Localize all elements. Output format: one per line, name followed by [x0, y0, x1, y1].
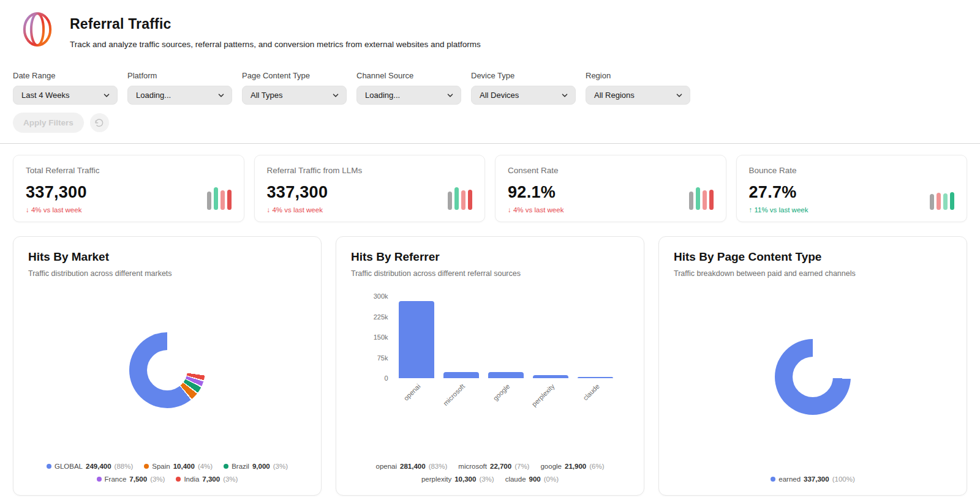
kpi-sparkline [448, 187, 472, 210]
y-axis-tick: 225k [374, 313, 388, 321]
chart-title: Hits By Market [28, 250, 306, 264]
arrow-down-icon: ↓ [267, 206, 271, 214]
chart-subtitle: Traffic distribution across different ma… [28, 269, 306, 278]
legend-value: 21,900 [565, 463, 586, 470]
legend-percent: (4%) [198, 463, 213, 470]
bar-google[interactable] [488, 372, 524, 378]
kpi-row: Total Referral Traffic 337,300 ↓ 4% vs l… [0, 144, 980, 222]
kpi-value: 337,300 [267, 183, 363, 202]
kpi-value: 92.1% [508, 183, 564, 202]
filter-select-date-range[interactable]: Last 4 Weeks [13, 86, 118, 105]
legend-item-india: India7,300(3%) [176, 475, 238, 483]
filter-label: Page Content Type [242, 71, 347, 80]
kpi-delta: ↑ 11% vs last week [749, 206, 809, 214]
legend-name: India [184, 475, 199, 483]
page-title: Referral Traffic [70, 16, 481, 32]
filter-value: Loading... [136, 91, 171, 100]
apply-filters-button[interactable]: Apply Filters [13, 113, 84, 133]
kpi-sparkline [689, 187, 714, 210]
chart-title: Hits By Page Content Type [674, 250, 952, 264]
x-axis-label-google: google [492, 382, 511, 402]
legend-item-google: google21,900(6%) [540, 463, 604, 470]
sparkline-bar [950, 192, 954, 210]
legend-value: 7,500 [129, 475, 147, 483]
filter-value: All Types [251, 91, 283, 100]
legend-item-perplexity: perplexity10,300(3%) [421, 475, 494, 483]
legend-dot [176, 477, 181, 482]
sparkline-bar [709, 190, 714, 210]
filter-group-date-range: Date Range Last 4 Weeks [13, 71, 118, 105]
arrow-down-icon: ↓ [508, 206, 511, 214]
legend-name: GLOBAL [55, 463, 83, 470]
filter-select-region[interactable]: All Regions [586, 86, 690, 105]
donut-chart-area [28, 278, 306, 463]
donut-hole [147, 350, 187, 390]
kpi-delta: ↓ 4% vs last week [508, 206, 564, 214]
sparkline-bar [207, 192, 211, 210]
sparkline-bar [689, 192, 693, 210]
chevron-down-icon [676, 92, 683, 99]
donut-chart-market[interactable] [129, 332, 205, 408]
legend-percent: (88%) [115, 463, 134, 470]
x-axis-label-openai: openai [402, 382, 422, 402]
sparkline-bar [454, 187, 459, 210]
filter-select-channel-source[interactable]: Loading... [356, 86, 461, 105]
donut-chart-area [674, 278, 952, 475]
kpi-sparkline [207, 187, 232, 210]
charts-row: Hits By Market Traffic distribution acro… [0, 222, 980, 496]
kpi-label: Bounce Rate [749, 166, 809, 175]
legend-item-global: GLOBAL249,400(88%) [47, 463, 133, 470]
donut-chart-content[interactable] [775, 339, 851, 415]
chart-subtitle: Traffic distribution across different re… [351, 269, 629, 278]
legend-name: Spain [152, 463, 170, 470]
legend-name: microsoft [458, 463, 487, 470]
filter-select-platform[interactable]: Loading... [127, 86, 232, 105]
sparkline-bar [461, 190, 466, 210]
kpi-text: Referral Traffic from LLMs 337,300 ↓ 4% … [267, 166, 363, 214]
filter-actions: Apply Filters [0, 113, 980, 133]
kpi-label: Referral Traffic from LLMs [267, 166, 363, 175]
kpi-label: Consent Rate [508, 166, 564, 175]
reset-filters-button[interactable] [90, 113, 109, 132]
y-axis-tick: 0 [384, 374, 388, 382]
kpi-card-bounce-rate: Bounce Rate 27.7% ↑ 11% vs last week [736, 155, 968, 222]
legend-dot [144, 464, 149, 469]
filter-select-page-content-type[interactable]: All Types [242, 86, 347, 105]
x-axis-label-perplexity: perplexity [530, 382, 556, 408]
x-axis-label-claude: claude [581, 382, 600, 401]
legend-dot [224, 464, 228, 469]
filter-value: All Regions [594, 91, 635, 100]
bar-slot-perplexity: perplexity [529, 296, 573, 378]
chevron-down-icon [332, 92, 339, 99]
legend-value: 281,400 [400, 463, 426, 470]
legend-name: google [540, 463, 562, 470]
bar-perplexity[interactable] [533, 375, 568, 378]
bar-openai[interactable] [399, 301, 434, 378]
legend-item-earned: earned337,300(100%) [771, 475, 854, 483]
filter-group-page-content-type: Page Content Type All Types [242, 71, 347, 105]
chart-legend-content: earned337,300(100%) [771, 475, 854, 483]
legend-percent: (3%) [150, 475, 165, 483]
kpi-card-consent-rate: Consent Rate 92.1% ↓ 4% vs last week [495, 155, 726, 222]
sparkline-bar [448, 192, 452, 210]
sparkline-bar [937, 193, 941, 210]
legend-value: 9,000 [252, 463, 270, 470]
legend-percent: (3%) [273, 463, 288, 470]
globe-icon [22, 11, 53, 50]
legend-item-brazil: Brazil9,000(3%) [224, 463, 288, 470]
kpi-text: Consent Rate 92.1% ↓ 4% vs last week [508, 166, 564, 214]
y-axis: 300k225k150k75k0 [363, 296, 388, 378]
y-axis-tick: 150k [374, 333, 388, 341]
bar-claude[interactable] [578, 377, 613, 378]
legend-percent: (3%) [479, 475, 494, 483]
filter-value: Last 4 Weeks [21, 91, 70, 100]
filter-select-device-type[interactable]: All Devices [471, 86, 576, 105]
filter-bar: Date Range Last 4 Weeks Platform Loading… [0, 71, 980, 105]
legend-dot [97, 477, 102, 482]
bar-microsoft[interactable] [443, 372, 479, 378]
legend-item-spain: Spain10,400(4%) [144, 463, 213, 470]
sparkline-bar [930, 194, 934, 210]
kpi-value: 337,300 [26, 183, 100, 202]
sparkline-bar [703, 190, 707, 210]
filter-group-region: Region All Regions [586, 71, 690, 105]
